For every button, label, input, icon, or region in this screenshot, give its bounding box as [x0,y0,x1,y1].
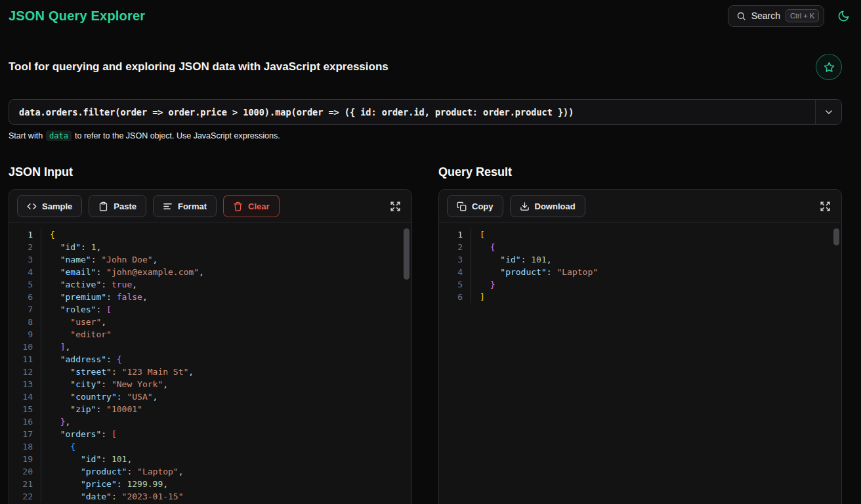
clear-label: Clear [248,201,270,211]
code-line: 2 { [439,241,841,253]
query-hint: Start with data to refer to the JSON obj… [9,131,852,141]
clear-button[interactable]: Clear [223,195,280,217]
json-input-panel: Sample Paste [9,189,412,504]
code-line: 12 "street": "123 Main St", [9,366,411,378]
json-input-toolbar: Sample Paste [9,190,411,223]
panels-grid: JSON Input Sample [9,165,842,504]
code-icon [27,201,37,211]
code-line-content: "user", [41,316,106,328]
code-line: 21 "price": 1299.99, [9,478,411,490]
code-line: 16 }, [9,415,411,428]
clipboard-icon [98,201,108,211]
code-line-content: "active": true, [41,278,137,291]
line-number: 14 [9,390,41,403]
format-button[interactable]: Format [153,195,217,217]
download-label: Download [535,201,576,211]
code-line-content: } [471,278,495,291]
result-expand-button[interactable] [816,198,833,215]
query-result-title: Query Result [438,165,842,179]
code-line-content: "id": 101, [41,453,132,465]
code-line: 17 "orders": [ [9,428,411,440]
expand-arrows-icon [820,201,831,212]
app-header: JSON Query Explorer Search Ctrl + K [0,0,861,32]
query-result-toolbar: Copy Download [439,190,841,223]
code-line: 10 ], [9,341,411,353]
code-line-content: "roles": [ [41,303,112,316]
code-line-content: "id": 101, [471,253,552,266]
line-number: 5 [9,278,41,291]
code-line-content: ], [41,341,70,353]
sample-button[interactable]: Sample [17,195,82,217]
code-line: 4 "email": "john@example.com", [9,266,411,278]
code-line-content: "city": "New York", [41,378,168,390]
hint-code-token: data [46,131,72,141]
code-line-content: "orders": [ [41,428,117,440]
code-line: 1[ [439,228,841,241]
code-line: 3 "name": "John Doe", [9,253,411,266]
favorite-button[interactable] [816,54,842,80]
code-line-content: "address": { [41,353,122,366]
line-number: 20 [9,465,41,478]
moon-icon [837,10,850,22]
line-number: 7 [9,303,41,316]
app-title: JSON Query Explorer [9,9,145,24]
trash-icon [233,201,243,211]
code-line-content: "zip": "10001" [41,403,142,415]
download-button[interactable]: Download [510,195,585,217]
code-line: 13 "city": "New York", [9,378,411,390]
code-line-content: "date": "2023-01-15" [41,490,184,503]
paste-button[interactable]: Paste [89,195,146,217]
sample-label: Sample [42,201,72,211]
hint-suffix: to refer to the JSON object. Use JavaScr… [75,131,280,140]
code-line-content: ] [471,291,485,303]
code-line: 5 } [439,278,841,291]
line-number: 13 [9,378,41,390]
theme-toggle-button[interactable] [834,7,852,25]
code-line: 15 "zip": "10001" [9,403,411,415]
line-number: 5 [439,278,471,291]
line-number: 18 [9,440,41,453]
code-line-content: [ [471,228,485,241]
json-input-editor[interactable]: 1{2 "id": 1,3 "name": "John Doe",4 "emai… [9,223,411,504]
code-line-content: "country": "USA", [41,390,158,403]
input-expand-button[interactable] [387,198,404,215]
code-line: 1{ [9,228,411,241]
code-line: 5 "active": true, [9,278,411,291]
line-number: 12 [9,366,41,378]
download-icon [520,201,530,211]
line-number: 4 [9,266,41,278]
code-line-content: { [41,228,55,241]
code-line: 3 "id": 101, [439,253,841,266]
line-number: 8 [9,316,41,328]
line-number: 19 [9,453,41,465]
star-icon [824,62,835,73]
code-line-content: { [41,440,75,453]
code-line-content: "id": 1, [41,241,101,253]
line-number: 10 [9,341,41,353]
line-number: 22 [9,490,41,503]
code-line-content: "product": "Laptop" [471,266,598,278]
code-line: 8 "user", [9,316,411,328]
input-scrollbar-thumb[interactable] [404,228,410,280]
line-number: 3 [9,253,41,266]
result-scrollbar-thumb[interactable] [833,228,839,245]
query-result-panel: Copy Download [438,189,842,504]
header-actions: Search Ctrl + K [728,5,852,27]
copy-icon [457,201,467,211]
code-line: 20 "product": "Laptop", [9,465,411,478]
code-line-content: "product": "Laptop", [41,465,184,478]
line-number: 4 [439,266,471,278]
copy-button[interactable]: Copy [447,195,503,217]
code-line-content: "premium": false, [41,291,148,303]
line-number: 15 [9,403,41,415]
json-input-title: JSON Input [9,165,412,179]
code-line-content: "editor" [41,328,112,341]
query-history-dropdown[interactable] [815,100,841,124]
line-number: 2 [9,241,41,253]
query-result-editor[interactable]: 1[2 {3 "id": 101,4 "product": "Laptop"5 … [439,223,841,504]
search-button[interactable]: Search Ctrl + K [728,5,824,27]
code-line: 19 "id": 101, [9,453,411,465]
code-line-content: }, [41,415,70,428]
query-input[interactable] [9,100,815,124]
hint-prefix: Start with [9,131,43,140]
